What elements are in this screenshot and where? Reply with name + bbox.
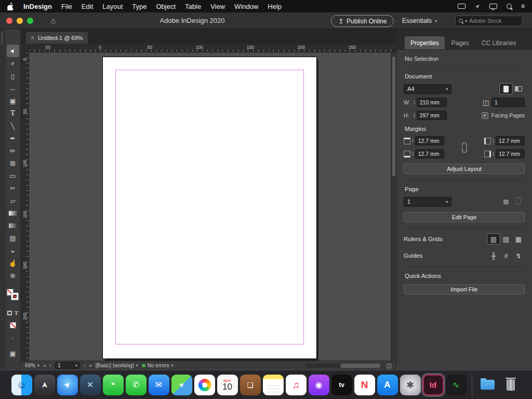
page-number-field[interactable]: 1 ▾ [55,362,80,369]
current-page-dropdown[interactable]: 1 ▾ [404,197,451,207]
scissors-tool[interactable]: ✂ [7,182,19,194]
dock-photos-icon[interactable] [194,375,215,395]
menu-object[interactable]: Object [156,3,176,10]
margin-bottom-field[interactable] [415,149,444,158]
margin-inside-stepper[interactable]: ▴▾ [493,138,494,143]
gradient-feather-tool[interactable] [7,219,19,232]
document-tab[interactable]: × Untitled-1 @ 69% [25,31,88,44]
guides-grid-button[interactable]: # [500,250,512,261]
document-grid-button[interactable]: ▦ [512,234,525,244]
rectangle-tool[interactable]: ▭ [7,169,19,182]
fill-stroke-swatches[interactable] [7,289,19,302]
pasteboard[interactable] [29,52,396,361]
menu-file[interactable]: File [61,3,72,10]
spotlight-icon[interactable] [507,4,512,9]
page-size-dropdown[interactable]: A4 ▾ [404,84,451,94]
gap-tool[interactable]: ↔ [7,82,19,95]
height-stepper[interactable]: ▴▾ [414,113,415,118]
dock-activity-monitor-icon[interactable]: ∿ [446,375,467,395]
vertical-scrollbar-thumb[interactable] [392,57,395,176]
menu-layout[interactable]: Layout [102,3,123,10]
rectangle-frame-tool[interactable]: ⊠ [7,157,19,169]
view-options-icon[interactable]: ◫ [387,362,392,369]
menu-list-icon[interactable]: ≡ [521,3,525,10]
screen-mode-button[interactable]: ▣ [9,350,16,357]
baseline-grid-button[interactable]: ▤ [500,234,512,244]
gradient-tool[interactable] [7,207,19,219]
menu-edit[interactable]: Edit [82,3,93,10]
height-field[interactable] [417,111,447,120]
apple-menu-icon[interactable] [7,3,14,10]
link-margins-icon[interactable] [462,142,467,153]
next-page-button[interactable]: › [84,363,85,368]
line-tool[interactable]: ╲ [7,119,19,132]
dock-messages-icon[interactable]: ❝ [103,375,124,395]
margin-top-stepper[interactable]: ▴▾ [412,138,414,143]
menu-app-name[interactable]: InDesign [23,3,52,10]
dock-notes-icon[interactable] [263,375,284,395]
menu-view[interactable]: View [210,3,225,10]
orientation-portrait-button[interactable] [500,84,512,94]
home-icon[interactable]: ⌂ [51,16,56,25]
width-stepper[interactable]: ▴▾ [414,100,415,105]
dock-indesign-icon[interactable]: Id [423,375,444,395]
selection-tool[interactable]: ➤ [7,45,19,57]
close-window-button[interactable] [6,18,12,24]
color-theme-tool[interactable]: ◒ [7,244,19,257]
view-mode-icon[interactable]: ▫ [12,336,14,341]
screen-mirroring-icon[interactable] [458,4,466,9]
import-file-button[interactable]: Import File [404,284,525,295]
adobe-stock-search[interactable]: ▾ [455,16,523,26]
dock-facetime-icon[interactable]: ✆ [126,375,147,395]
preflight-profile-dropdown[interactable]: [Basic] (working) ▾ [96,363,138,368]
stock-search-input[interactable] [469,18,519,24]
dock-books-icon[interactable]: ❏ [240,375,261,395]
last-page-button[interactable]: » [89,363,92,368]
zoom-level-dropdown[interactable]: 69% ▾ [25,363,39,368]
tab-properties[interactable]: Properties [405,36,445,49]
width-field[interactable] [417,98,447,107]
pointer-icon[interactable]: ➢ [473,2,482,10]
pencil-tool[interactable]: ✏ [7,144,19,157]
zoom-window-button[interactable] [27,18,33,24]
zoom-tool[interactable]: ⊕ [7,269,19,282]
close-tab-icon[interactable]: × [31,34,34,42]
dock-finder-icon[interactable]: ☺ [11,375,32,395]
dock-news-icon[interactable]: N [354,375,375,395]
minimize-window-button[interactable] [17,18,23,24]
vertical-ruler[interactable]: 0 50 100 150 200 250 [21,52,29,361]
pen-tool[interactable]: ✒ [7,132,19,144]
margin-outside-field[interactable] [496,149,525,158]
page-tool[interactable]: ▯ [7,70,19,82]
smart-guides-button[interactable]: ↯ [512,250,525,261]
free-transform-tool[interactable]: ▱ [7,194,19,207]
type-tool[interactable]: T [7,107,19,119]
document-page[interactable] [103,57,316,358]
dock-mail-icon[interactable]: ✉ [149,375,169,395]
panel-grip[interactable] [1,32,4,44]
menu-window[interactable]: Window [234,3,258,10]
dock-downloads-folder-icon[interactable] [477,375,498,395]
horizontal-ruler[interactable]: 50 0 50 100 150 200 250 [21,44,396,52]
tab-pages[interactable]: Pages [446,36,475,49]
menu-type[interactable]: Type [132,3,147,10]
dock-podcasts-icon[interactable]: ◉ [309,375,329,395]
dock-xcode-icon[interactable]: ✕ [80,375,101,395]
dock-system-preferences-icon[interactable]: ✱ [400,375,421,395]
orientation-landscape-button[interactable] [512,84,525,94]
publish-online-button[interactable]: ↥ Publish Online [331,15,394,27]
ruler-origin-corner[interactable] [21,44,29,52]
display-icon[interactable] [489,4,497,9]
stroke-swatch[interactable] [11,293,18,300]
page-count-field[interactable] [491,98,525,107]
apply-none-swatch[interactable] [10,322,16,328]
first-page-button[interactable]: « [43,363,46,368]
content-collector-tool[interactable]: ▣ [7,95,19,107]
formatting-affects-container-button[interactable] [7,311,12,315]
adjust-layout-button[interactable]: Adjust Layout [404,164,525,174]
dock-calendar-icon[interactable]: NOV 10 [217,375,238,395]
dock-launchpad-icon[interactable]: ➤ [34,375,55,395]
dock-music-icon[interactable]: ♫ [286,375,307,395]
dock-trash-icon[interactable] [500,375,521,395]
add-page-button[interactable]: ⊞ [500,196,512,207]
